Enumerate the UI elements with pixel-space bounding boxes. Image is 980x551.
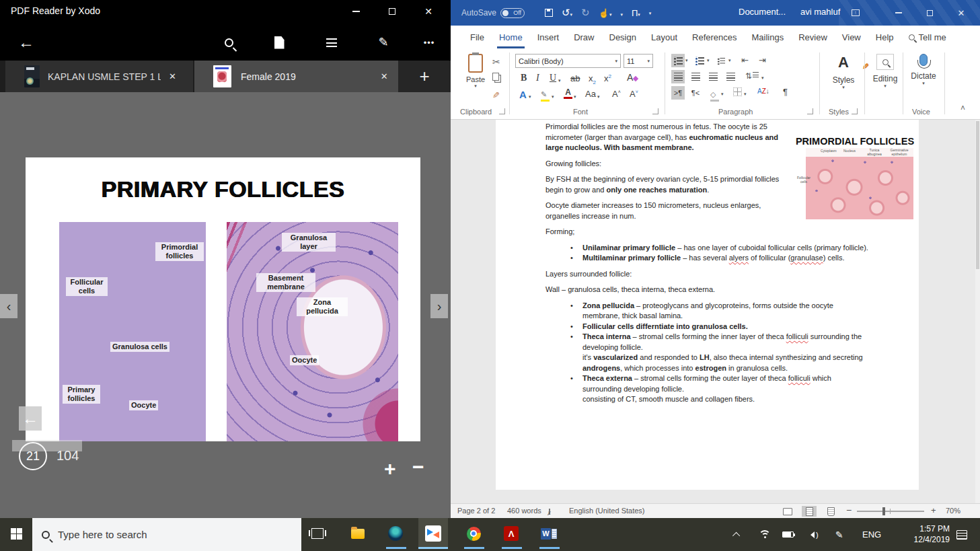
subscript-button[interactable]: x2	[589, 73, 596, 85]
font-size-select[interactable]: 11▾	[624, 54, 653, 68]
start-button[interactable]	[1, 518, 31, 549]
borders-dropdown[interactable]: ▾	[744, 91, 747, 96]
vertical-scrollbar[interactable]	[975, 120, 980, 503]
tab-references[interactable]: References	[685, 26, 744, 48]
styles-button[interactable]: A Styles ▾	[825, 54, 862, 89]
copy-icon[interactable]	[492, 73, 499, 81]
tray-language-button[interactable]: ENG	[862, 518, 881, 551]
tab-close-icon[interactable]: ✕	[381, 71, 388, 81]
undo-icon[interactable]: ↺▾	[562, 7, 572, 19]
proofing-status-icon[interactable]	[549, 507, 550, 515]
pdf-minimize-button[interactable]	[344, 3, 367, 20]
ltr-paragraph-button[interactable]: >¶	[671, 86, 685, 100]
editing-button[interactable]: Editing ▾	[869, 54, 901, 88]
align-left-button[interactable]	[671, 70, 685, 83]
zoom-in-button[interactable]: +	[931, 505, 936, 515]
zoom-slider[interactable]	[857, 511, 924, 512]
shrink-font-button[interactable]: A˅	[630, 89, 638, 99]
collapse-ribbon-button[interactable]: ˄	[960, 104, 965, 113]
numbering-dropdown[interactable]: ▾	[707, 58, 710, 63]
numbering-button[interactable]	[693, 54, 706, 67]
text-effects-button[interactable]: A	[519, 89, 527, 100]
print-layout-button[interactable]	[802, 506, 817, 517]
zoom-out-button[interactable]: −	[846, 505, 852, 515]
underline-dropdown[interactable]: ▾	[558, 78, 561, 83]
taskbar-search-input[interactable]: Type here to search	[32, 518, 301, 551]
paste-button[interactable]: Paste ▾	[460, 54, 491, 88]
superscript-button[interactable]: x2	[604, 73, 611, 83]
align-center-button[interactable]	[689, 70, 702, 83]
qat-customize-icon[interactable]: ▾	[649, 11, 652, 15]
justify-button[interactable]	[724, 70, 737, 83]
pdf-close-button[interactable]: ✕	[417, 3, 440, 20]
tab-draw[interactable]: Draw	[566, 26, 601, 48]
tray-pen-button[interactable]: ✎	[835, 518, 843, 551]
save-icon[interactable]	[545, 9, 553, 17]
page-view-icon[interactable]	[269, 32, 289, 52]
tell-me-box[interactable]: Tell me	[901, 26, 954, 48]
zoom-out-button[interactable]: −	[412, 457, 424, 477]
tab-home[interactable]: Home	[492, 26, 530, 48]
multilevel-dropdown[interactable]: ▾	[728, 58, 731, 63]
align-right-button[interactable]	[706, 70, 720, 83]
more-options-icon[interactable]: •••	[419, 32, 439, 52]
read-mode-button[interactable]	[780, 506, 795, 517]
word-taskbar-button[interactable]: W	[534, 518, 564, 549]
styles-dialog-launcher[interactable]	[852, 108, 858, 114]
font-name-select[interactable]: Calibri (Body)▾	[515, 54, 621, 68]
app-globe-button[interactable]	[381, 518, 410, 549]
word-minimize-button[interactable]	[887, 5, 910, 21]
clipboard-dialog-launcher[interactable]	[499, 108, 505, 114]
format-painter-icon[interactable]: ✎	[492, 90, 500, 100]
outline-icon[interactable]	[322, 32, 342, 52]
document-page[interactable]: Primordial follicles are the most numero…	[496, 120, 919, 490]
tab-mailings[interactable]: Mailings	[745, 26, 792, 48]
current-page-indicator[interactable]: 21	[19, 442, 47, 470]
shading-button[interactable]: ◇	[710, 87, 719, 102]
borders-button[interactable]	[733, 87, 742, 96]
tab-layout[interactable]: Layout	[644, 26, 685, 48]
file-explorer-button[interactable]	[343, 518, 373, 549]
task-view-button[interactable]	[303, 518, 332, 549]
action-center-button[interactable]	[956, 518, 967, 551]
sort-button[interactable]: AZ↓	[757, 87, 769, 95]
bullets-dropdown[interactable]: ▾	[685, 58, 688, 63]
highlight-dropdown[interactable]: ▾	[552, 94, 554, 99]
tab-design[interactable]: Design	[602, 26, 644, 48]
increase-indent-button[interactable]: ⇥	[759, 55, 766, 65]
qat-equation-icon[interactable]: Π▾	[632, 8, 640, 18]
font-color-dropdown[interactable]: ▾	[574, 94, 576, 99]
language-label[interactable]: English (United States)	[569, 507, 645, 515]
zoom-level-label[interactable]: 70%	[946, 507, 960, 515]
tab-review[interactable]: Review	[791, 26, 835, 48]
dictate-button[interactable]: Dictate ▾	[907, 54, 940, 85]
change-case-button[interactable]: Aa	[585, 89, 596, 99]
tab-view[interactable]: View	[835, 26, 868, 48]
page-count-label[interactable]: Page 2 of 2	[457, 507, 495, 515]
word-count-label[interactable]: 460 words	[507, 507, 541, 515]
new-tab-button[interactable]: +	[398, 61, 451, 92]
tray-wifi-button[interactable]	[759, 518, 771, 551]
show-paragraph-marks-button[interactable]: ¶	[783, 87, 788, 97]
annotate-pen-icon[interactable]: ✎	[373, 32, 393, 52]
grow-font-button[interactable]: A˄	[612, 89, 621, 99]
history-back-button[interactable]: ←	[19, 406, 42, 431]
tray-show-hidden-button[interactable]	[734, 518, 740, 551]
ribbon-display-options-button[interactable]: ↑	[844, 5, 867, 21]
word-close-button[interactable]: ✕	[950, 5, 973, 21]
touch-mode-icon[interactable]: ☝▾	[599, 8, 612, 18]
font-dialog-launcher[interactable]	[652, 108, 658, 114]
line-spacing-dropdown[interactable]: ▾	[761, 75, 764, 80]
line-spacing-button[interactable]: ⇅	[745, 71, 759, 81]
zoom-slider-thumb[interactable]	[882, 507, 885, 515]
shading-dropdown[interactable]: ▾	[721, 91, 724, 96]
redo-icon[interactable]: ↻	[581, 7, 590, 19]
strikethrough-button[interactable]: ab	[570, 73, 580, 83]
decrease-indent-button[interactable]: ⇤	[741, 55, 749, 65]
tab-help[interactable]: Help	[868, 26, 901, 48]
prev-page-button[interactable]: ‹	[0, 294, 17, 318]
pdf-tab-female-2019[interactable]: Female 2019 ✕	[194, 61, 398, 92]
change-case-dropdown[interactable]: ▾	[597, 94, 600, 99]
underline-button[interactable]: U	[550, 73, 556, 83]
italic-button[interactable]: I	[536, 73, 539, 83]
